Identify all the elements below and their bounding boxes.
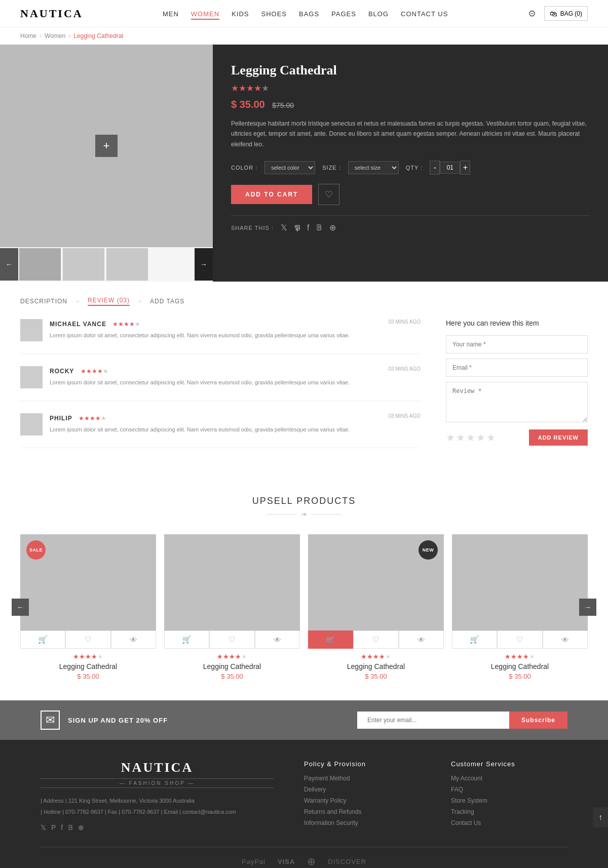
breadcrumb-women[interactable]: Women [45,32,65,40]
card-view-button[interactable]: 👁 [399,630,444,649]
nav-right: ⚙ 🛍 BAG (0) [528,6,588,21]
footer-link-security[interactable]: Information Security [304,819,421,826]
breadcrumb-current: Legging Cathedral [73,32,123,40]
pinterest-icon[interactable]: 𝕻 [294,223,300,232]
card-cart-button[interactable]: 🛒 [20,630,65,649]
breadcrumb-sep2: › [68,32,70,40]
footer-twitter-icon[interactable]: 𝕏 [41,823,46,832]
nav-contact[interactable]: CONTACT US [401,10,448,18]
newsletter-text: SIGN UP AND GET 20% OFF [68,717,168,724]
footer-link-store[interactable]: Store System [451,797,567,804]
divider-line-right [312,514,342,515]
footer-pinterest-icon[interactable]: P [51,823,56,832]
footer-behance-icon[interactable]: 𝔹 [68,823,73,832]
card-view-button[interactable]: 👁 [543,630,588,649]
qty-increment[interactable]: + [460,161,470,175]
footer-brand: NAUTICA — FASHION SHOP — | Address | 121… [41,760,274,832]
behance-icon[interactable]: 𝔹 [316,223,322,232]
product-section: + ← → Legging Cathedral ★★★★★ $ 35.00 $7… [0,45,608,282]
reviewer-content: PHILIP ★★★★★ 03 MINS AGO Lorem ipsum dol… [50,413,421,436]
qty-decrement[interactable]: - [430,161,440,175]
facebook-icon[interactable]: f [307,223,309,232]
card-cart-button-active[interactable]: 🛒 [308,630,353,649]
footer-link-returns[interactable]: Returns and Refunds [304,808,421,815]
product-image-section: + ← → [0,45,213,282]
settings-icon[interactable]: ⚙ [528,8,536,19]
nav-shoes[interactable]: SHOES [261,10,287,18]
footer-rss-icon[interactable]: ⊕ [78,823,84,832]
nav-pages[interactable]: PAGES [331,10,356,18]
twitter-icon[interactable]: 𝕏 [281,223,287,232]
scroll-top-button[interactable]: ↑ [593,807,608,827]
products-row: ← SALE 🛒 ♡ 👁 ★★★★★ Legging Cathedral $ 3… [20,534,588,680]
card-cart-button[interactable]: 🛒 [164,630,209,649]
upsell-next-button[interactable]: → [579,599,596,616]
add-review-button[interactable]: ADD REVIEW [529,429,588,446]
reviewer-header: MICHAEL VANCE ★★★★★ 03 MINS AGO [50,319,421,328]
tab-description[interactable]: DESCRIPTION [20,298,67,305]
upsell-prev-button[interactable]: ← [12,599,29,616]
reviewer-name: ROCKY [50,368,74,375]
payment-discover: DISCOVER [328,858,366,865]
footer-facebook-icon[interactable]: f [61,823,63,832]
qty-input[interactable] [440,162,460,174]
nav-kids[interactable]: KIDS [232,10,249,18]
add-to-cart-button[interactable]: ADD TO CART [231,185,312,204]
newsletter-subscribe-button[interactable]: Subscribe [509,712,567,729]
footer-link-account[interactable]: My Account [451,775,567,782]
thumbnail-2[interactable] [63,248,104,281]
newsletter-left: ✉ SIGN UP AND GET 20% OFF [41,711,168,730]
review-email-input[interactable] [446,359,588,377]
nav-bags[interactable]: BAGS [299,10,319,18]
card-wishlist-button[interactable]: ♡ [497,630,542,649]
thumb-prev-button[interactable]: ← [0,248,18,281]
card-name-2: Legging Cathedral [164,662,300,670]
thumbnail-3[interactable] [106,248,148,281]
footer-link-contact[interactable]: Contact Us [451,819,567,826]
footer-link-faq[interactable]: FAQ [451,786,567,793]
newsletter-input[interactable] [357,712,509,729]
wishlist-button[interactable]: ♡ [318,184,339,205]
nav-men[interactable]: MEN [163,10,179,18]
rating-stars[interactable]: ★★★★★ [446,431,497,444]
tab-add-tags[interactable]: ADD TAGS [150,298,184,305]
rss-icon[interactable]: ⊕ [329,223,336,232]
nav-blog[interactable]: BLOG [368,10,389,18]
product-card: SALE 🛒 ♡ 👁 ★★★★★ Legging Cathedral $ 35.… [20,534,156,680]
cart-button[interactable]: 🛍 BAG (0) [544,6,588,21]
review-textarea[interactable] [446,382,588,422]
card-cart-button[interactable]: 🛒 [452,630,497,649]
card-wishlist-button[interactable]: ♡ [353,630,398,649]
card-wishlist-button[interactable]: ♡ [65,630,110,649]
product-card-image-1: SALE [20,534,156,630]
footer-link-delivery[interactable]: Delivery [304,786,421,793]
zoom-icon[interactable]: + [95,135,118,157]
footer-link-payment[interactable]: Payment Method [304,775,421,782]
review-name-input[interactable] [446,335,588,353]
card-stars-1: ★★★★★ [20,653,156,660]
thumb-next-button[interactable]: → [195,248,213,281]
card-actions-3: 🛒 ♡ 👁 [308,630,444,649]
product-card-image-3: NEW [308,534,444,630]
thumbnail-1[interactable] [19,248,61,281]
color-select[interactable]: select color [264,161,315,174]
sale-badge: SALE [26,540,46,560]
card-price-1: $ 35.00 [20,673,156,680]
breadcrumb-home[interactable]: Home [20,32,36,40]
reviewer-stars: ★★★★★ [81,368,108,375]
breadcrumb-sep1: › [40,32,42,40]
reviewer-stars: ★★★★★ [112,321,140,328]
card-wishlist-button[interactable]: ♡ [209,630,254,649]
logo[interactable]: NAUTICA [20,7,83,20]
size-select[interactable]: select size [348,161,399,174]
review-item: ROCKY ★★★★★ 03 MINS AGO Lorem ipsum dolo… [20,366,421,401]
card-view-button[interactable]: 👁 [111,630,156,649]
footer-link-warranty[interactable]: Warranty Policy [304,797,421,804]
sale-price: $ 35.00 [231,99,265,110]
nav-women[interactable]: WOMEN [191,10,219,20]
footer-link-tracking[interactable]: Tracking [451,808,567,815]
tab-review[interactable]: REVIEW (03) [88,297,130,306]
card-view-button[interactable]: 👁 [255,630,300,649]
payment-mc: ⊕ [307,855,316,867]
size-label: SIZE : [322,165,341,171]
